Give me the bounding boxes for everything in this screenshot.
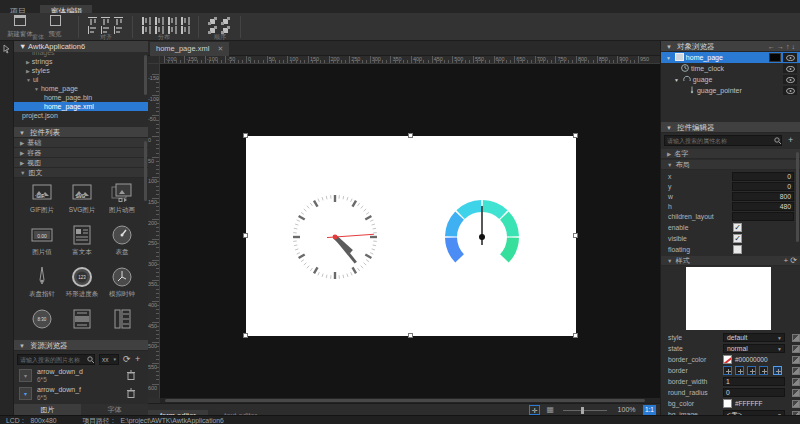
selection-handle-ne[interactable] [573, 133, 578, 138]
send-back-icon[interactable] [221, 17, 230, 25]
border-all-toggle[interactable] [773, 366, 782, 375]
tab-fonts[interactable]: 字体 [81, 404, 148, 415]
widget-analog-clock[interactable]: 模拟时钟 [102, 266, 142, 299]
tree-item-strings[interactable]: ▶strings [14, 57, 148, 66]
border-color-swatch[interactable] [723, 355, 732, 364]
refresh-icon[interactable]: ⟳ [123, 354, 131, 364]
dist-h-left-icon[interactable] [155, 17, 164, 25]
zoom-one-to-one-button[interactable]: 1:1 [643, 405, 656, 415]
section-style[interactable]: ▼样式 + ⟳ [661, 256, 800, 266]
resource-item[interactable]: ▾ arrow_down_f 6*5 [17, 385, 145, 402]
visibility-eye-icon[interactable] [783, 75, 797, 84]
move-left-icon[interactable]: ← [768, 43, 777, 50]
grid-toggle-icon[interactable]: ▦ [545, 405, 556, 415]
dist-h-center-icon[interactable] [168, 17, 177, 25]
add-style-icon[interactable]: + [783, 256, 788, 265]
selection-handle-s[interactable] [408, 333, 413, 338]
visibility-eye-icon[interactable] [783, 86, 797, 95]
gauge-widget[interactable] [440, 195, 524, 279]
design-surface-window[interactable] [246, 136, 576, 336]
widget-gauge-pointer[interactable]: 表盘指针 [22, 266, 62, 299]
widget-gif-image[interactable]: GIF GIF图片 [22, 182, 62, 215]
canvas-viewport[interactable] [160, 64, 660, 398]
bring-front-icon[interactable] [208, 17, 217, 25]
object-node-time-clock[interactable]: time_clock [661, 63, 800, 74]
widget-text-selector[interactable] [62, 308, 102, 330]
tree-item-project-json[interactable]: project.json [14, 111, 148, 120]
move-down-icon[interactable]: ↓ [792, 43, 798, 50]
prop-w-input[interactable]: 800 [732, 192, 794, 201]
resource-search-input[interactable] [17, 354, 95, 365]
document-tab[interactable]: home_page.xml ✕ [150, 42, 229, 56]
round-radius-input[interactable]: 0 [723, 388, 785, 397]
border-width-input[interactable]: 1 [723, 377, 785, 386]
align-middle-icon[interactable] [101, 17, 110, 25]
selection-handle-n[interactable] [408, 133, 413, 138]
trash-icon[interactable] [127, 388, 135, 398]
close-tab-icon[interactable]: ✕ [217, 45, 223, 52]
clear-state-icon[interactable] [792, 345, 800, 353]
clear-border-width-icon[interactable] [792, 378, 800, 386]
visibility-eye-icon[interactable] [783, 64, 797, 73]
clear-bg-color-icon[interactable] [792, 400, 800, 408]
widget-list-scrollbar[interactable] [144, 141, 147, 201]
analog-clock-widget[interactable] [290, 192, 380, 282]
tree-item-home-page[interactable]: ▼home_page [14, 84, 148, 93]
prop-floating-checkbox[interactable] [733, 245, 742, 254]
section-layout[interactable]: ▼布局 [661, 160, 800, 170]
border-right-toggle[interactable] [735, 366, 744, 375]
widget-editor-header[interactable]: ▼ 控件编辑器 [661, 122, 800, 133]
project-tree-scrollbar[interactable] [144, 55, 147, 95]
dpi-filter-select[interactable]: xx ▾ [99, 354, 119, 365]
project-root-selector[interactable]: ▼ AwtkApplication6 [14, 41, 148, 52]
clear-border-icon[interactable] [792, 367, 800, 375]
clear-round-radius-icon[interactable] [792, 389, 800, 397]
object-node-guage[interactable]: ▼ guage [661, 74, 800, 85]
widget-image-value[interactable]: 0.00 图片值 [22, 224, 62, 257]
tab-images[interactable]: 图片 [14, 404, 81, 415]
border-top-toggle[interactable] [747, 366, 756, 375]
property-search-input[interactable] [664, 135, 782, 146]
dist-h-right-icon[interactable] [181, 17, 190, 25]
resource-browser-header[interactable]: ▼ 资源浏览器 [14, 340, 148, 351]
prop-x-input[interactable]: 0 [732, 172, 794, 181]
selection-handle-sw[interactable] [243, 333, 248, 338]
widget-group-imagetext[interactable]: ▼图文 [14, 168, 148, 178]
widget-svg-image[interactable]: SVG SVG图片 [62, 182, 102, 215]
prop-h-input[interactable]: 480 [732, 202, 794, 211]
preview-button[interactable] [38, 15, 72, 26]
tree-item-ui[interactable]: ▼ui [14, 75, 148, 84]
new-form-button[interactable] [3, 15, 37, 26]
state-select[interactable]: normal ▼ [723, 344, 785, 353]
prop-y-input[interactable]: 0 [732, 182, 794, 191]
align-bottom-icon[interactable] [114, 17, 123, 25]
tree-item-home-page-bin[interactable]: home_page.bin [14, 93, 148, 102]
border-left-toggle[interactable] [723, 366, 732, 375]
dist-h-equal-icon[interactable] [142, 17, 151, 25]
pick-cursor-icon[interactable] [2, 44, 12, 54]
section-name[interactable]: ▶名字 [661, 149, 800, 159]
visibility-eye-icon[interactable] [783, 53, 797, 62]
selection-handle-nw[interactable] [243, 133, 248, 138]
widget-image-animation[interactable]: 图片动画 [102, 182, 142, 215]
zoom-slider[interactable] [563, 405, 607, 415]
style-select[interactable]: default ▼ [723, 333, 785, 342]
widget-group-view[interactable]: ▶视图 [14, 158, 148, 168]
move-right-icon[interactable]: → [777, 43, 786, 50]
object-node-guage-pointer[interactable]: guage_pointer [661, 85, 800, 96]
selection-handle-se[interactable] [573, 333, 578, 338]
tree-item-styles[interactable]: ▶styles [14, 66, 148, 75]
zoom-slider-knob[interactable] [581, 407, 584, 414]
prop-children-layout-input[interactable] [732, 212, 794, 221]
selection-handle-e[interactable] [573, 233, 578, 238]
align-top-icon[interactable] [88, 17, 97, 25]
trash-icon[interactable] [127, 370, 135, 380]
clear-style-icon[interactable] [792, 334, 800, 342]
widget-group-basic[interactable]: ▶基础 [14, 138, 148, 148]
object-browser-header[interactable]: ▼ 对象浏览器 ←→↑↓ [661, 41, 800, 52]
widget-group-container[interactable]: ▶容器 [14, 148, 148, 158]
selection-handle-w[interactable] [243, 233, 248, 238]
widget-progress-circle[interactable]: 123 环形进度条 [62, 266, 102, 299]
resource-item[interactable]: ▾ arrow_down_d 6*5 [17, 367, 145, 384]
widget-gauge[interactable]: 表盘 [102, 224, 142, 257]
